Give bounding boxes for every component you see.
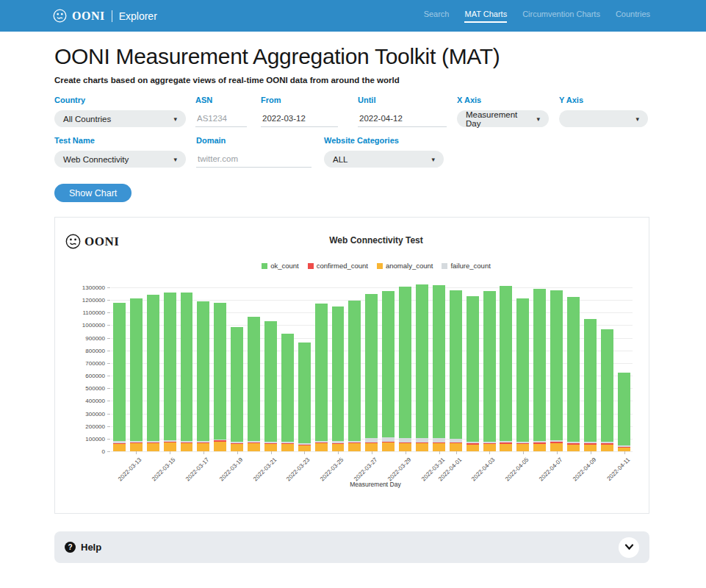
bar-2022-03-28[interactable] [380,287,397,451]
bar-2022-03-20[interactable] [245,287,262,451]
bar-segment-anomaly_count [433,443,445,451]
bar-2022-03-26[interactable] [346,287,363,451]
bar-2022-04-07[interactable] [548,287,565,451]
x-axis-select[interactable]: Measurement Day ▾ [457,110,549,127]
bar-segment-anomaly_count [248,443,260,451]
help-collapse-button[interactable] [619,537,639,558]
x-tick-mark [439,451,440,454]
bar-segment-ok_count [197,301,209,442]
x-tick-mark [338,451,339,454]
domain-input[interactable] [196,151,311,168]
legend-item-failure_count: failure_count [442,262,490,270]
y-tick-label: 1100000 [82,309,105,316]
x-tick-label: 2022-03-25 [319,456,345,482]
bar-2022-03-19[interactable] [228,287,245,451]
x-tick-label: 2022-03-17 [184,456,210,482]
x-axis-label: X Axis [457,96,549,104]
y-tick-mark [107,388,110,389]
bar-segment-anomaly_count [584,445,597,451]
bar-segment-ok_count [467,296,479,442]
bar-segment-ok_count [365,294,378,439]
test-name-value: Web Connectivity [63,155,129,164]
bar-segment-ok_count [264,321,277,442]
x-tick-mark [591,451,591,454]
bar-segment-ok_count [382,291,395,437]
from-date-input[interactable] [261,110,338,127]
show-chart-button[interactable]: Show Chart [54,184,132,202]
bar-2022-03-21[interactable] [262,287,279,451]
y-tick-label: 700000 [85,359,105,366]
y-tick-label: 900000 [85,334,105,341]
chevron-down-icon: ▾ [173,115,177,123]
y-tick-label: 1300000 [82,284,105,291]
bar-2022-03-16[interactable] [179,287,195,451]
y-tick-label: 800000 [85,347,105,354]
x-tick-mark [203,451,204,454]
bar-segment-ok_count [281,334,294,442]
help-bar[interactable]: ? Help [54,531,649,563]
bar-segment-ok_count [231,327,243,442]
y-tick-label: 1200000 [82,297,105,304]
bar-segment-ok_count [483,291,496,442]
asn-input[interactable] [195,110,247,127]
country-select[interactable]: All Countries ▾ [54,110,186,127]
y-tick-mark [107,287,110,288]
bar-segment-anomaly_count [601,445,613,451]
bar-2022-03-17[interactable] [195,287,212,451]
bar-2022-03-25[interactable] [330,287,347,451]
y-tick-mark [107,338,110,339]
bar-2022-03-24[interactable] [313,287,330,451]
nav-item-countries[interactable]: Countries [616,10,650,23]
bar-segment-ok_count [601,329,613,442]
bar-2022-04-03[interactable] [481,287,498,451]
bar-2022-04-05[interactable] [514,287,531,451]
bar-2022-03-13[interactable] [128,287,145,451]
test-name-select[interactable]: Web Connectivity ▾ [54,151,186,168]
y-tick-label: 1000000 [82,322,105,329]
x-tick-mark [406,451,406,454]
bar-2022-03-31[interactable] [431,287,447,451]
bar-2022-03-12[interactable] [111,287,128,451]
page-title: OONI Measurement Aggregation Toolkit (MA… [54,44,649,69]
nav-item-search[interactable]: Search [424,10,450,23]
y-axis-label: Y Axis [559,96,648,104]
bar-2022-03-14[interactable] [145,287,162,451]
bar-2022-03-29[interactable] [397,287,414,451]
chevron-down-icon [624,544,634,551]
bar-2022-04-08[interactable] [565,287,582,451]
y-axis-select[interactable]: ▾ [559,110,648,127]
bar-segment-anomaly_count [382,442,395,451]
bar-2022-04-02[interactable] [464,287,481,451]
brand[interactable]: OONI Explorer [53,9,157,23]
bar-2022-03-30[interactable] [414,287,431,451]
bar-segment-anomaly_count [214,442,226,451]
nav-item-circumvention-charts[interactable]: Circumvention Charts [522,10,600,23]
nav-item-mat-charts[interactable]: MAT Charts [464,10,507,23]
x-tick-label: 2022-04-09 [572,456,597,482]
bar-2022-04-06[interactable] [531,287,548,451]
y-tick-label: 500000 [85,385,105,392]
ooni-logo-icon [65,234,81,249]
test-name-label: Test Name [54,136,186,145]
website-categories-select[interactable]: ALL ▾ [324,151,444,168]
bar-2022-03-15[interactable] [162,287,179,451]
bar-segment-ok_count [214,303,226,439]
bar-segment-ok_count [164,293,176,440]
bar-2022-04-01[interactable] [447,287,464,451]
bar-2022-03-22[interactable] [279,287,296,451]
y-tick-mark [107,363,110,364]
bar-2022-03-23[interactable] [296,287,313,451]
x-axis-value: Measurement Day [466,110,532,128]
until-date-input[interactable] [358,110,447,127]
bar-2022-04-11[interactable] [616,287,633,451]
bar-segment-ok_count [113,303,126,441]
bar-2022-04-04[interactable] [497,287,514,451]
bar-2022-03-18[interactable] [212,287,228,451]
x-tick-mark [624,451,625,454]
legend-swatch [377,263,383,269]
plot [111,287,633,451]
bar-segment-ok_count [550,290,563,440]
bar-2022-04-10[interactable] [599,287,616,451]
bar-2022-03-27[interactable] [363,287,380,451]
bar-2022-04-09[interactable] [582,287,599,451]
